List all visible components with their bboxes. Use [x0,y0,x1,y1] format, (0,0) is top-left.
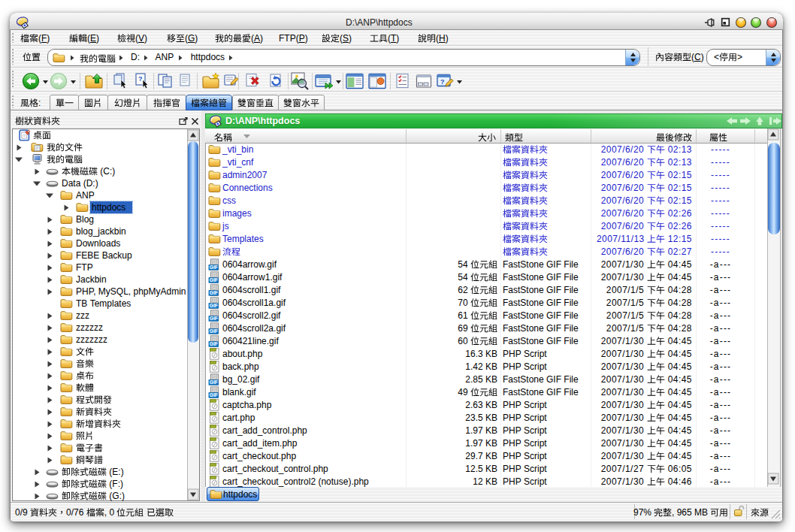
svg-text:?: ? [138,75,143,83]
svg-text:GIF: GIF [210,277,218,283]
svg-text:GIF: GIF [210,392,218,397]
svg-text:GIF: GIF [210,290,218,295]
svg-text:GIF: GIF [210,264,218,270]
svg-text:GIF: GIF [210,303,218,308]
svg-text:?: ? [440,78,445,86]
svg-text:GIF: GIF [210,379,218,385]
svg-text:GIF: GIF [210,341,218,346]
svg-text:GIF: GIF [210,316,218,321]
svg-text:GIF: GIF [210,328,218,334]
